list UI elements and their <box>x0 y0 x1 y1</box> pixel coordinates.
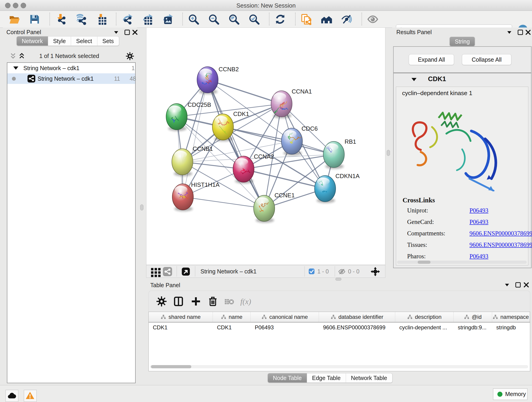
results-panel-float-button[interactable] <box>517 29 524 36</box>
table-panel-float-button[interactable] <box>515 281 521 288</box>
node-CCNA2[interactable]: CCNA2 <box>233 153 274 184</box>
refresh-layout-icon[interactable] <box>274 13 286 25</box>
control-panel-menu-button[interactable] <box>113 29 120 36</box>
crosslink-link-compartments[interactable]: 9606.ENSP00000378699 <box>469 230 532 237</box>
right-splitter-handle[interactable] <box>387 150 390 156</box>
control-panel-close-button[interactable] <box>132 29 138 36</box>
tab-select[interactable]: Select <box>71 36 97 46</box>
network-options-gear-icon[interactable] <box>126 52 134 61</box>
cloud-status-button[interactable] <box>6 390 18 402</box>
import-network-from-file-icon[interactable] <box>55 13 66 25</box>
table-row[interactable]: CDK1CDK1P064939606.ENSP00000378699cyclin… <box>149 322 530 332</box>
table-cell[interactable]: stringdb:9... <box>454 322 492 332</box>
crosslink-link-tissues[interactable]: 9606.ENSP00000378699 <box>469 241 532 249</box>
tab-node-table[interactable]: Node Table <box>268 373 307 383</box>
window-titlebar: Session: New Session <box>0 0 532 11</box>
zoom-fit-icon[interactable] <box>228 13 240 25</box>
collapse-all-networks-icon[interactable] <box>9 52 17 60</box>
node-CCNE1[interactable]: CCNE1 <box>254 192 295 223</box>
tab-sets[interactable]: Sets <box>97 36 119 46</box>
memory-button[interactable]: Memory <box>493 389 527 400</box>
table-cell[interactable]: CDK1 <box>213 322 251 332</box>
column-header-name[interactable]: name <box>213 312 251 322</box>
gene-box-hscrollbar-thumb[interactable] <box>418 261 431 264</box>
save-session-icon[interactable] <box>29 13 40 25</box>
table-cell[interactable]: P06493 <box>251 322 319 332</box>
toolbar-separator <box>269 13 269 26</box>
network-share-view-icon[interactable] <box>163 267 172 276</box>
warning-status-button[interactable] <box>24 390 37 402</box>
export-table-icon[interactable] <box>142 13 153 25</box>
zoom-out-icon[interactable] <box>208 13 220 25</box>
selected-count: 1 - 0 <box>317 268 329 275</box>
results-actions-box: Expand All Collapse All <box>393 46 532 73</box>
import-table-from-file-icon[interactable] <box>95 13 107 25</box>
edge-HIST1H1A-CCNE1[interactable] <box>183 197 264 208</box>
network-collection-row[interactable]: String Network – cdk1 1 <box>7 63 135 73</box>
export-network-icon[interactable] <box>121 13 133 25</box>
zoom-selected-icon[interactable] <box>248 13 260 25</box>
edge-CCNB2-CCNE1[interactable] <box>208 80 264 208</box>
table-cell[interactable]: CDK1 <box>149 322 213 332</box>
left-splitter-handle[interactable] <box>140 204 143 211</box>
network-row-selected[interactable]: String Network – cdk1 11 48 <box>7 73 135 84</box>
collapse-all-button[interactable]: Collapse All <box>462 54 511 65</box>
selected-checkbox-icon[interactable] <box>308 268 315 275</box>
tab-edge-table[interactable]: Edge Table <box>307 373 346 383</box>
expand-all-button[interactable]: Expand All <box>409 54 454 65</box>
add-column-icon[interactable] <box>190 296 201 307</box>
node-CCNB2[interactable]: CCNB2 <box>197 66 239 94</box>
node-CDC6[interactable]: CDC6 <box>281 125 318 156</box>
double-home-icon[interactable] <box>321 13 332 25</box>
edge-CCNA2-CDKN1A[interactable] <box>244 169 325 189</box>
table-panel-close-button[interactable] <box>523 281 530 288</box>
tab-network[interactable]: Network <box>17 36 48 46</box>
zoom-in-icon[interactable] <box>188 13 199 25</box>
results-panel-close-button[interactable] <box>525 29 532 36</box>
eye-slash-icon[interactable] <box>341 13 352 25</box>
crosslink-link-pharos[interactable]: P06493 <box>469 253 488 260</box>
gene-detail-box: cyclin–dependent kinase 1 <box>396 87 528 265</box>
tab-network-table[interactable]: Network Table <box>346 373 393 383</box>
network-canvas[interactable]: CCNB2 CCNA1 CDC25B CDK1 CDC6 <box>146 27 385 265</box>
crosslink-link-uniprot[interactable]: P06493 <box>469 207 488 214</box>
toolbar-separator <box>116 13 116 26</box>
column-header-canonical-name[interactable]: canonical name <box>251 312 319 322</box>
table-cell[interactable]: stringdb <box>492 322 530 332</box>
gene-collapse-icon[interactable] <box>412 78 417 81</box>
table-cell[interactable]: 9606.ENSP00000378699 <box>319 322 395 332</box>
column-header-database-identifier[interactable]: database identifier <box>319 312 395 322</box>
show-columns-icon[interactable] <box>173 296 184 307</box>
control-panel-float-button[interactable] <box>124 29 131 36</box>
table-settings-gear-icon[interactable] <box>156 296 167 307</box>
table-cell[interactable]: cyclin-dependent ... <box>395 322 454 332</box>
column-header--id[interactable]: @id <box>454 312 492 322</box>
open-session-icon[interactable] <box>9 13 20 25</box>
node-CDKN1A[interactable]: CDKN1A <box>315 172 360 203</box>
column-header-namespace[interactable]: namespace <box>492 312 530 322</box>
birdseye-view-icon[interactable] <box>181 267 190 276</box>
fit-content-crosshair-icon[interactable] <box>370 266 380 277</box>
crosslink-link-genecard[interactable]: P06493 <box>469 218 488 225</box>
node-HIST1H1A[interactable]: HIST1H1A <box>172 181 220 211</box>
toolbar-separator <box>182 13 183 26</box>
column-header-description[interactable]: description <box>395 312 454 322</box>
export-image-icon[interactable] <box>162 13 173 25</box>
table-panel-menu-button[interactable] <box>504 281 510 288</box>
node-CDC25B[interactable]: CDC25B <box>166 101 211 131</box>
column-header-shared-name[interactable]: shared name <box>149 312 213 322</box>
delete-column-trash-icon[interactable] <box>207 296 218 307</box>
horizontal-splitter-handle[interactable] <box>336 278 341 281</box>
hidden-eye-slash-icon[interactable] <box>338 268 346 275</box>
table-hscrollbar-thumb[interactable] <box>151 365 191 368</box>
import-network-from-database-icon[interactable] <box>75 13 87 25</box>
tab-style[interactable]: Style <box>48 36 71 46</box>
memory-label: Memory <box>505 391 526 397</box>
edge-CCNB2-CCNA1[interactable] <box>208 80 282 104</box>
collection-expander-icon[interactable] <box>13 66 18 70</box>
results-panel-menu-button[interactable] <box>506 29 513 36</box>
grid-view-icon[interactable] <box>150 267 160 277</box>
tab-string[interactable]: String <box>450 37 475 46</box>
node-RB1[interactable]: RB1 <box>323 138 356 169</box>
string-import-icon[interactable] <box>301 13 312 25</box>
